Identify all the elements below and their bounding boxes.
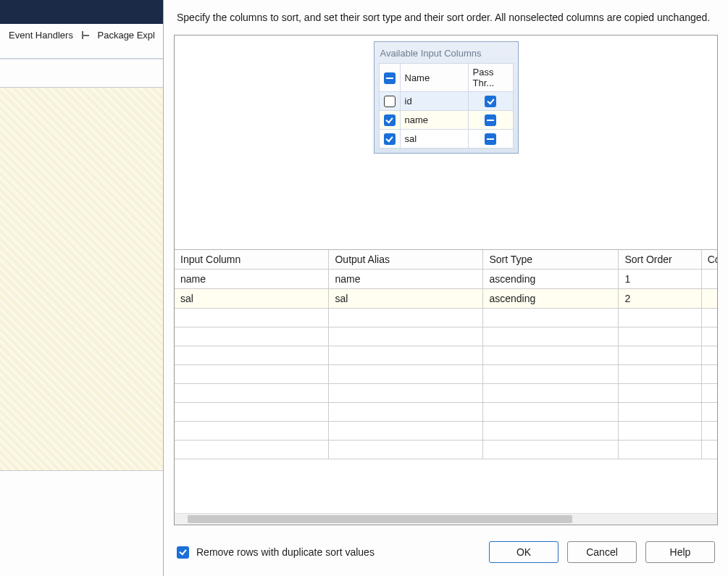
table-row[interactable] [175,309,717,327]
table-row[interactable] [175,327,717,346]
passthrough-toggle[interactable] [485,114,496,126]
table-row[interactable]: id [379,92,513,111]
sort-grid[interactable]: Input Column Output Alias Sort Type Sort… [175,250,717,459]
select-all-checkbox[interactable] [384,72,396,84]
table-row[interactable] [175,365,717,384]
sort-grid-scroll[interactable]: Input Column Output Alias Sort Type Sort… [175,250,717,513]
row-name: id [400,92,468,111]
cell-sort-type[interactable]: ascending [483,289,619,309]
dialog-content: Available Input Columns Name Pass Thr...… [174,35,718,525]
dialog-instruction: Specify the columns to sort, and set the… [164,0,728,35]
cell-sort-order[interactable]: 1 [619,270,701,289]
row-select-checkbox[interactable] [384,96,396,107]
cell-sort-order[interactable]: 2 [619,289,701,309]
available-columns-panel: Available Input Columns Name Pass Thr...… [374,41,519,154]
scrollbar-thumb[interactable] [188,515,572,523]
table-header-row: Name Pass Thr... [379,64,513,92]
cell-input-column[interactable]: sal [175,289,329,309]
tree-icon [80,30,89,41]
sort-transform-dialog: Specify the columns to sort, and set the… [163,0,728,576]
table-row[interactable]: sal [379,130,513,149]
dialog-footer: Remove rows with duplicate sort values O… [164,525,728,576]
cell-sort-type[interactable]: ascending [483,270,619,289]
help-button[interactable]: Help [645,541,715,563]
col-input-column[interactable]: Input Column [175,250,329,270]
remove-duplicates-checkbox[interactable]: Remove rows with duplicate sort values [177,546,480,559]
cell-output-alias[interactable]: name [329,270,483,289]
col-passthrough-header[interactable]: Pass Thr... [468,64,513,92]
cell-input-column[interactable]: name [175,270,329,289]
row-name: sal [400,130,468,149]
table-row[interactable]: name [379,111,513,130]
checkbox-icon [177,546,189,559]
col-comparison[interactable]: Con [701,250,717,270]
col-sort-order[interactable]: Sort Order [619,250,701,270]
table-row[interactable] [175,441,717,459]
cancel-button[interactable]: Cancel [567,541,637,563]
passthrough-toggle[interactable] [485,133,496,145]
table-row[interactable]: sal sal ascending 2 [175,289,717,309]
col-sort-type[interactable]: Sort Type [483,250,619,270]
available-columns-area: Available Input Columns Name Pass Thr...… [175,36,717,249]
cell-comparison[interactable] [701,289,717,309]
cell-comparison[interactable] [701,270,717,289]
cell-output-alias[interactable]: sal [329,289,483,309]
row-name: name [400,111,468,130]
table-header-row: Input Column Output Alias Sort Type Sort… [175,250,717,270]
row-select-checkbox[interactable] [384,133,396,145]
horizontal-scrollbar[interactable] [175,513,717,525]
table-row[interactable] [175,346,717,365]
table-row[interactable]: name name ascending 1 [175,270,717,289]
passthrough-toggle[interactable] [485,96,496,107]
col-name-header[interactable]: Name [400,64,468,92]
tab-event-handlers[interactable]: Event Handlers [4,27,78,43]
table-row[interactable] [175,422,717,441]
available-columns-grid[interactable]: Name Pass Thr... id name [379,63,514,149]
available-columns-title: Available Input Columns [379,46,514,63]
table-row[interactable] [175,384,717,403]
editor-tabs: Event Handlers Package Expl [0,24,159,46]
col-output-alias[interactable]: Output Alias [329,250,483,270]
ok-button[interactable]: OK [489,541,558,563]
designer-canvas [0,87,163,471]
remove-duplicates-label: Remove rows with duplicate sort values [196,546,375,558]
sort-definition-area: Input Column Output Alias Sort Type Sort… [175,249,717,525]
tab-package-explorer[interactable]: Package Expl [93,27,160,43]
row-select-checkbox[interactable] [384,114,396,126]
table-row[interactable] [175,403,717,422]
